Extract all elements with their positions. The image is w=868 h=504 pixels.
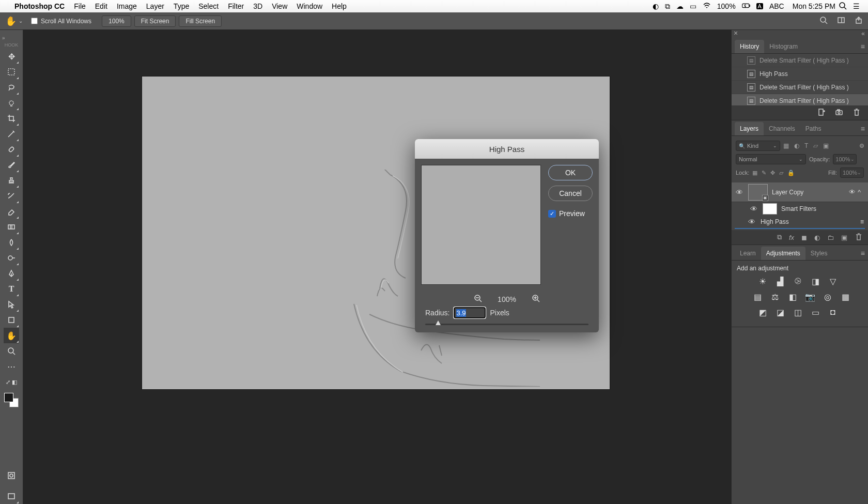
path-select-tool[interactable] <box>4 297 19 312</box>
invert-icon[interactable]: ◩ <box>757 307 768 317</box>
menu-window[interactable]: Window <box>297 2 322 10</box>
opacity-field[interactable]: 100%⌄ <box>833 154 857 164</box>
color-swatch[interactable] <box>4 393 19 407</box>
brush-tool[interactable] <box>4 157 19 173</box>
history-row[interactable]: ▤Delete Smart Filter ( High Pass ) <box>732 81 868 94</box>
zoom-tool[interactable] <box>4 343 19 359</box>
bw-icon[interactable]: ◧ <box>787 292 798 302</box>
quick-select-tool[interactable] <box>4 95 19 111</box>
gradient-tool[interactable] <box>4 219 19 235</box>
stamp-tool[interactable] <box>4 173 19 188</box>
layer-filter-visibility-icon[interactable]: 👁 ^ <box>849 188 861 196</box>
cancel-button[interactable]: Cancel <box>548 186 593 201</box>
delete-layer-icon[interactable] <box>855 233 863 242</box>
layer-mask-icon[interactable]: ◼ <box>801 234 807 241</box>
input-source-label[interactable]: ABC <box>769 2 784 10</box>
menu-3d[interactable]: 3D <box>253 2 262 10</box>
pen-tool[interactable] <box>4 266 19 281</box>
screen-mode-tool[interactable] <box>4 488 19 504</box>
menu-edit[interactable]: Edit <box>95 2 107 10</box>
menu-view[interactable]: View <box>272 2 287 10</box>
toolbox-expand[interactable]: » <box>0 35 23 41</box>
current-tool-icon[interactable]: ✋ <box>5 16 17 27</box>
color-balance-icon[interactable]: ⚖ <box>770 292 780 302</box>
dialog-title[interactable]: High Pass <box>415 139 599 159</box>
delete-state-icon[interactable] <box>853 108 861 118</box>
fill-field[interactable]: 100%⌄ <box>840 167 864 178</box>
snapshot-icon[interactable] <box>835 108 843 118</box>
blend-mode-select[interactable]: Normal⌄ <box>736 154 806 164</box>
tool-preset-dropdown[interactable]: ⌄ <box>19 18 23 24</box>
curves-icon[interactable]: ⧁ <box>793 276 803 286</box>
vibrance-icon[interactable]: ▽ <box>828 276 838 286</box>
eyedropper-tool[interactable] <box>4 126 19 142</box>
edit-toolbar[interactable]: ⋯ <box>4 359 19 374</box>
lock-position-icon[interactable]: ✥ <box>770 170 775 176</box>
tab-layers[interactable]: Layers <box>735 122 764 135</box>
fit-screen-button[interactable]: Fit Screen <box>134 16 176 27</box>
swap-colors-icon[interactable]: ⤢ ◧ <box>4 374 19 390</box>
airplay-icon[interactable]: ▭ <box>690 2 696 10</box>
adjustment-layer-icon[interactable]: ◐ <box>814 234 820 241</box>
crop-tool[interactable] <box>4 111 19 126</box>
menu-select[interactable]: Select <box>198 2 219 10</box>
lock-transparent-icon[interactable]: ▦ <box>752 170 757 176</box>
zoom-level-field[interactable]: 100% <box>102 16 131 27</box>
layer-style-icon[interactable]: fx <box>789 234 794 241</box>
battery-pct[interactable]: 100% <box>717 2 736 10</box>
slider-handle-icon[interactable] <box>436 320 441 325</box>
history-row[interactable]: ▤Delete Smart Filter ( High Pass ) <box>732 94 868 105</box>
dialog-preview-image[interactable] <box>421 165 541 285</box>
layer-name[interactable]: Layer Copy <box>772 189 803 196</box>
search-icon[interactable] <box>819 16 828 26</box>
tab-adjustments[interactable]: Adjustments <box>761 247 805 260</box>
layer-thumbnail[interactable]: ▣ <box>748 184 768 201</box>
layer-visibility-icon[interactable]: 👁 <box>735 188 744 196</box>
quick-mask-tool[interactable] <box>4 468 19 483</box>
channel-mixer-icon[interactable]: ◎ <box>823 292 833 302</box>
hand-tool[interactable]: ✋ <box>4 328 19 343</box>
notification-center-icon[interactable]: ☰ <box>853 2 860 10</box>
filter-adjust-icon[interactable]: ◐ <box>794 142 799 149</box>
layer-row[interactable]: 👁 ▣ Layer Copy 👁 ^ <box>732 182 868 202</box>
color-lookup-icon[interactable]: ▦ <box>840 292 850 302</box>
adjustments-menu-icon[interactable]: ≡ <box>861 249 865 257</box>
tab-history[interactable]: History <box>735 40 764 53</box>
zoom-out-icon[interactable] <box>474 294 482 304</box>
wifi-icon[interactable] <box>703 2 711 11</box>
workspace-icon[interactable] <box>837 16 845 26</box>
blur-tool[interactable] <box>4 235 19 250</box>
radius-slider[interactable] <box>415 320 599 332</box>
photo-filter-icon[interactable]: 📷 <box>805 292 815 302</box>
move-tool[interactable]: ✥ <box>4 49 19 64</box>
preview-checkbox[interactable]: ✓ <box>548 210 556 218</box>
selective-color-icon[interactable]: ◘ <box>828 307 838 317</box>
panel-close-icon[interactable]: × <box>734 29 738 37</box>
effect-visibility-icon[interactable]: 👁 <box>747 218 756 226</box>
filter-visibility-icon[interactable]: 👁 <box>749 205 758 213</box>
tab-styles[interactable]: Styles <box>805 247 833 260</box>
link-layers-icon[interactable]: ⧉ <box>777 233 782 241</box>
filter-blend-options-icon[interactable]: ≡ <box>860 218 864 225</box>
ok-button[interactable]: OK <box>548 165 593 180</box>
lock-pixels-icon[interactable]: ✎ <box>762 170 766 176</box>
healing-tool[interactable] <box>4 142 19 157</box>
new-doc-from-state-icon[interactable] <box>817 108 826 118</box>
layers-menu-icon[interactable]: ≡ <box>861 125 865 133</box>
hue-sat-icon[interactable]: ▤ <box>752 292 763 302</box>
dodge-tool[interactable] <box>4 250 19 266</box>
status-app-icon[interactable]: ◐ <box>653 2 659 10</box>
zoom-in-icon[interactable] <box>532 294 540 304</box>
new-layer-icon[interactable]: ▣ <box>841 234 847 241</box>
brightness-icon[interactable]: ☀ <box>757 276 768 286</box>
group-icon[interactable]: 🗀 <box>827 234 834 241</box>
dropbox-icon[interactable]: ⧉ <box>665 2 670 11</box>
lock-artboard-icon[interactable]: ▱ <box>779 170 783 176</box>
history-row[interactable]: ▤High Pass <box>732 67 868 81</box>
filter-type-icon[interactable]: T <box>804 142 808 149</box>
cc-cloud-icon[interactable]: ☁ <box>676 2 684 10</box>
exposure-icon[interactable]: ◨ <box>810 276 820 286</box>
filter-shape-icon[interactable]: ▱ <box>813 142 818 149</box>
high-pass-filter-row[interactable]: 👁 High Pass ≡ <box>732 216 868 228</box>
tab-channels[interactable]: Channels <box>764 122 800 135</box>
